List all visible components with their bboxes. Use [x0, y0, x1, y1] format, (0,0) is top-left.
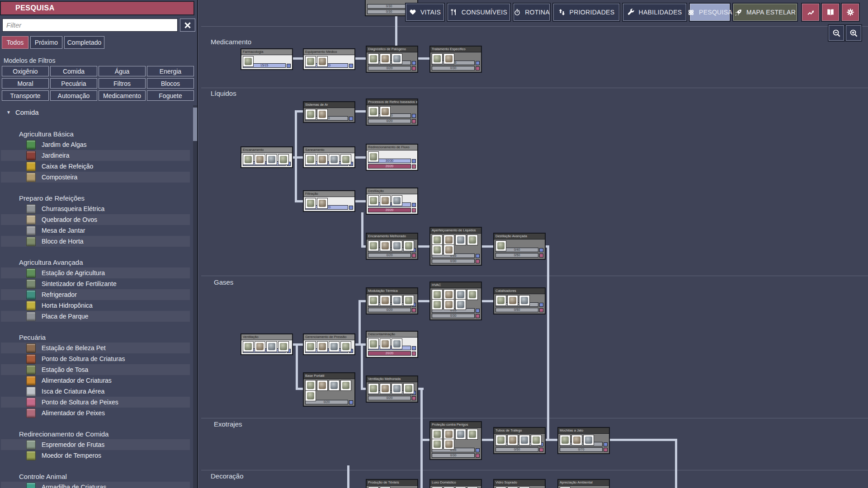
- tech-node-modula-o-t-rmica[interactable]: Modulação Térmica0/300/20: [366, 287, 418, 314]
- fish-feeder-icon: [26, 408, 36, 418]
- list-item[interactable]: Horta Hidropônica: [1, 300, 190, 311]
- building-sprite-icon: [403, 240, 414, 251]
- toolbar-tab-prioridades[interactable]: PRIORIDADES: [553, 4, 619, 21]
- list-item[interactable]: Ponto de Soltura de Peixes: [1, 397, 190, 408]
- sidebar-scrollbar[interactable]: [193, 105, 197, 488]
- filter-model-água[interactable]: Água: [99, 66, 146, 76]
- view-tab-próximo[interactable]: Próximo: [30, 36, 62, 49]
- toolbar-tab-consumíveis[interactable]: CONSUMÍVEIS: [448, 4, 510, 21]
- tech-node-aperfei-oamento-de-l-quidos[interactable]: Aperfeiçoamento de Líquidos0/350/30: [429, 227, 482, 266]
- list-item[interactable]: Jardim de Algas: [1, 139, 190, 150]
- tech-node-farmacologia[interactable]: Farmacologia15/15: [241, 48, 293, 70]
- tech-node-icons: [304, 379, 354, 389]
- filter-model-comida[interactable]: Comida: [50, 66, 97, 76]
- list-item[interactable]: Quebrador de Ovos: [1, 214, 190, 225]
- filter-model-transporte[interactable]: Transporte: [2, 90, 49, 101]
- tech-node-gerenciamento-de-press-o[interactable]: Gerenciamento de Pressão20/20: [303, 333, 355, 355]
- tech-node-descontamina-o[interactable]: Descontaminação30/3020/20: [366, 331, 418, 358]
- tech-node-encanamento-melhorado[interactable]: Encanamento Melhorado0/300/20: [366, 233, 418, 260]
- list-item[interactable]: Armadilha de Criaturas: [1, 482, 190, 488]
- list-item[interactable]: Caixa de Refeição: [1, 161, 190, 172]
- filter-model-medicamento[interactable]: Medicamento: [99, 90, 146, 101]
- refrigerator-icon: [26, 290, 36, 300]
- building-sprite-icon: [392, 53, 402, 64]
- trending-button[interactable]: [802, 4, 819, 21]
- tech-node-ventila-o[interactable]: Ventilação15/15: [241, 333, 293, 355]
- tech-node-catalisadores[interactable]: Catalisadores0/400/50: [493, 287, 546, 314]
- view-tab-todos[interactable]: Todos: [2, 36, 28, 49]
- filter-model-automação[interactable]: Automação: [50, 90, 97, 101]
- tech-node-sistemas-de-ar[interactable]: Sistemas de Ar0/20: [303, 101, 355, 123]
- tech-node-encanamento[interactable]: Encanamento15/15: [241, 146, 293, 168]
- tech-node-tratamento-espec-fico[interactable]: Tratamento Específico0/350/30: [429, 46, 482, 73]
- tech-node-title: Ventilação Melhorada: [367, 376, 417, 382]
- toolbar-tab-rotina[interactable]: ROTINA: [514, 4, 550, 21]
- list-item[interactable]: Sintetizador de Fertilizante: [1, 278, 190, 289]
- list-item[interactable]: Mesa de Jantar: [1, 225, 190, 236]
- building-sprite-icon: [317, 56, 328, 67]
- toolbar-tab-vitais[interactable]: VITAIS: [406, 4, 444, 21]
- tech-node-hvac[interactable]: HVAC0/350/30: [429, 282, 482, 320]
- filter-model-moral[interactable]: Moral: [2, 78, 49, 89]
- book-button[interactable]: [822, 4, 839, 21]
- tech-node-equipamento-m-dico[interactable]: Equipamento Médico20/20: [303, 48, 355, 70]
- adv-progress-bar: 0/50: [495, 447, 538, 452]
- tech-node-base-port-til[interactable]: Base Portátil0/20: [303, 372, 355, 407]
- tech-node-tubos-de-tr-fego[interactable]: Tubos de Tráfego0/400/50: [493, 427, 546, 454]
- list-item[interactable]: Estação de Beleza Pet: [1, 343, 190, 353]
- filter-model-filtros[interactable]: Filtros: [99, 78, 146, 89]
- tech-node-luxo-dom-stico[interactable]: Luxo Doméstico: [429, 479, 482, 488]
- toolbar-tab-mapa-estelar[interactable]: MAPA ESTELAR: [733, 4, 797, 21]
- list-item[interactable]: Composteira: [1, 172, 190, 183]
- tech-node-processos-de-refino-baseados-em-l-quidos[interactable]: Processos de Refino baseados em Líquidos…: [366, 99, 418, 126]
- tech-connector: [293, 343, 303, 346]
- tech-node-mochilas-a-jato[interactable]: Mochilas a Jato0/500/70: [557, 427, 610, 454]
- list-item[interactable]: Moedor de Temperos: [1, 450, 190, 461]
- list-item[interactable]: Estação de Tosa: [1, 364, 190, 375]
- zoom-out-button[interactable]: [829, 25, 844, 41]
- building-sprite-icon: [243, 154, 254, 165]
- list-item[interactable]: Refrigerador: [1, 289, 190, 300]
- list-item[interactable]: Alimentador de Criaturas: [1, 375, 190, 386]
- filter-model-foguete[interactable]: Foguete: [147, 90, 194, 101]
- tech-node-destila-o[interactable]: Destilação30/3020/20: [366, 188, 418, 215]
- tech-node-saneamento[interactable]: Saneamento20/20: [303, 146, 355, 168]
- progress-bar-row: 20/20: [368, 351, 416, 356]
- list-item[interactable]: Isca de Criatura Aérea: [1, 386, 190, 397]
- filter-model-blocos[interactable]: Blocos: [147, 78, 194, 89]
- tech-node-aprecia-o-ambiental[interactable]: Apreciação Ambiental: [557, 479, 610, 488]
- toolbar-tab-habilidades[interactable]: HABILIDADES: [623, 4, 686, 21]
- tech-node-filtra-o[interactable]: Filtração20/20: [303, 190, 355, 212]
- view-tab-completado[interactable]: Completado: [64, 36, 104, 49]
- list-item[interactable]: Jardineira: [1, 150, 190, 161]
- research-tree-canvas[interactable]: MedicamentoLíquidosGasesExotrajesDecoraç…: [198, 0, 868, 488]
- filter-input[interactable]: [2, 19, 178, 32]
- list-item[interactable]: Espremedor de Frutas: [1, 439, 190, 450]
- tech-node-title: Redirecionamento de Fluxo: [367, 145, 417, 150]
- zoom-in-button[interactable]: [846, 25, 861, 41]
- filter-model-oxigênio[interactable]: Oxigênio: [2, 66, 49, 76]
- tech-node-produ-o-de-t-xteis[interactable]: Produção de Têxteis: [366, 479, 418, 488]
- clear-filter-button[interactable]: [180, 19, 195, 32]
- tree-root-comida[interactable]: ▼Comida: [1, 106, 190, 118]
- toolbar-tab-pesquisa[interactable]: PESQUISA: [690, 4, 730, 21]
- tech-node-vidro-soprado[interactable]: Vidro Soprado: [493, 479, 546, 488]
- tech-node-destila-o-avan-ada[interactable]: Destilação Avançada0/400/50: [493, 233, 546, 260]
- section-divider: [201, 26, 868, 27]
- list-item[interactable]: Ponto de Soltura de Criaturas: [1, 353, 190, 364]
- tech-node-redirecionamento-de-fluxo[interactable]: Redirecionamento de Fluxo30/3020/20: [366, 144, 418, 171]
- gear-button[interactable]: [842, 4, 859, 21]
- tech-node-icons: [494, 434, 545, 442]
- tech-node-ventila-o-melhorada[interactable]: Ventilação Melhorada0/300/20: [366, 375, 418, 403]
- filter-model-pecuária[interactable]: Pecuária: [50, 78, 97, 89]
- tech-node-diagn-stico-de-pat-geno[interactable]: Diagnóstico de Patógeno0/300/20: [366, 46, 418, 73]
- list-item[interactable]: Churrasqueira Elétrica: [1, 203, 190, 214]
- tech-node-prote-o-contra-perigos[interactable]: Proteção contra Perigos0/350/30: [429, 421, 482, 460]
- list-item[interactable]: Bloco de Horta: [1, 236, 190, 247]
- filter-model-energia[interactable]: Energia: [147, 66, 194, 76]
- list-item[interactable]: Alimentador de Peixes: [1, 408, 190, 418]
- scrollbar-thumb[interactable]: [193, 108, 197, 141]
- tech-connector: [395, 16, 397, 47]
- list-item[interactable]: Estação de Agricultura: [1, 267, 190, 278]
- list-item[interactable]: Placa de Parque: [1, 311, 190, 322]
